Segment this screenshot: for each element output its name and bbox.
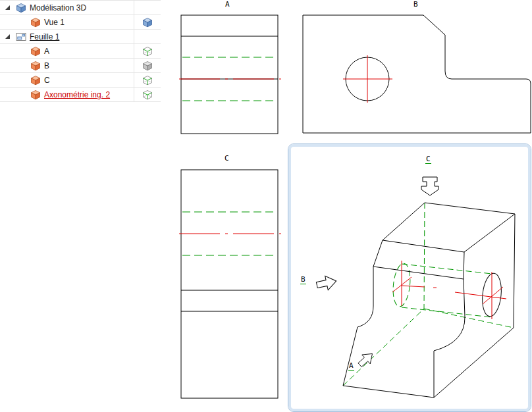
tree-row-vue-1[interactable]: Vue 1 [0,15,161,30]
view-b-title: B [413,0,418,9]
wireframe-view-style-icon[interactable] [142,46,153,57]
tree-label-feuille-1: Feuille 1 [30,32,59,41]
axon-bottom-front-edge [343,386,434,398]
tree-row-view-b[interactable]: B [0,59,161,73]
view-direction-arrow-c-icon[interactable] [421,177,439,195]
axon-top-face [383,203,515,252]
tree-row-feuille-1[interactable]: Feuille 1 [0,30,161,44]
tree-row-view-c[interactable]: C [0,73,161,88]
drawing-explorer-panel: Modélisation 3D Vue 1 Feuille 1 A [0,0,161,102]
view-cube-icon [30,90,41,100]
view-a-outline [181,15,278,134]
view-b-drawing[interactable] [296,9,532,140]
tree-label-axonometrie: Axonométrie ing. 2 [44,90,110,99]
model-3d-cube-icon [16,3,26,13]
tree-row-axonometrie[interactable]: Axonométrie ing. 2 [0,88,161,102]
tree-row-modelisation-3d[interactable]: Modélisation 3D [0,1,161,15]
sheet-layout-icon [16,32,26,42]
axon-dir-label-a: A [348,362,354,371]
wireframe-view-style-icon[interactable] [142,90,153,100]
view-a-drawing[interactable] [174,9,286,143]
axon-hidden-back-edge [424,203,425,309]
axon-right-back-edge [514,214,515,328]
tree-label-modelisation: Modélisation 3D [30,3,86,13]
view-direction-arrow-a-icon[interactable] [356,349,376,370]
axon-edge [464,252,464,279]
axon-bottom-right-edge [434,328,514,398]
tree-label-view-a: A [44,47,49,56]
axonometric-drawing [288,144,532,412]
axon-dir-label-b: B [300,276,306,284]
gray-shaded-view-style-icon[interactable] [142,61,153,71]
tree-label-view-c: C [44,76,50,85]
tree-row-view-a[interactable]: A [0,44,161,59]
axonometric-viewport-selected[interactable]: C B A [288,143,531,412]
axon-centerline [455,292,506,299]
axon-fillet-edge-right [434,279,465,398]
wireframe-view-style-icon[interactable] [142,75,153,86]
cad-workspace: { "panel": { "rows": [ {"label": "Modéli… [0,0,532,412]
view-cube-icon [30,17,41,28]
axon-hidden-bottom-edge [343,309,424,386]
view-cube-icon [30,75,41,86]
shaded-view-style-icon[interactable] [142,17,153,28]
tree-label-vue-1: Vue 1 [44,18,65,27]
view-b-outline [303,15,531,133]
view-a-title: A [225,0,230,9]
view-cube-icon [30,61,41,71]
expand-collapse-icon[interactable] [4,4,12,12]
tree-label-view-b: B [44,61,49,70]
axon-hidden-bottom-edge [424,309,514,328]
axon-hole-silhouette-bottom [402,307,492,317]
axon-edge [373,240,383,267]
view-cube-icon [30,46,41,57]
view-direction-arrow-b-icon[interactable] [315,274,338,292]
view-c-drawing[interactable] [174,151,286,405]
expand-collapse-icon[interactable] [4,33,12,41]
axon-dir-label-c: C [425,155,431,164]
axon-centerline [402,286,425,287]
axon-step-ledge-edge [373,267,464,279]
tree-cell-preview [134,1,161,14]
view-c-outline [181,170,278,398]
axon-fillet-edge-left [343,267,373,386]
tree-cell-preview [134,30,161,43]
